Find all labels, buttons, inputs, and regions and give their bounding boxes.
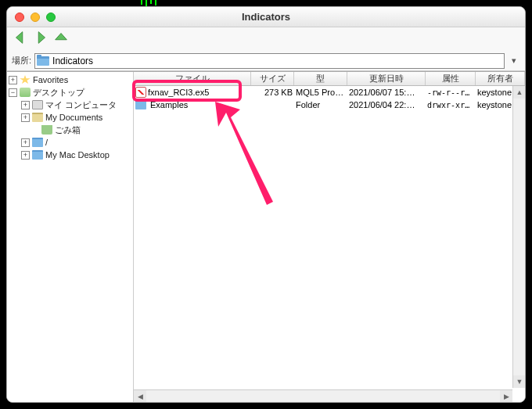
navigation-toolbar [7, 27, 525, 51]
file-date: 2021/06/04 22:… [347, 100, 426, 109]
computer-icon [32, 100, 43, 109]
tree-item-mycomputer[interactable]: マイ コンピュータ [45, 99, 117, 111]
file-list-body: fxnav_RCI3.ex5 273 KB MQL5 Progr… 2021/0… [134, 86, 525, 402]
forward-button[interactable] [32, 29, 49, 49]
scroll-left-icon[interactable]: ◀ [134, 390, 146, 403]
file-size: 273 KB [251, 88, 294, 97]
expand-toggle[interactable]: + [21, 101, 30, 109]
location-label: 場所: [12, 55, 31, 66]
file-date: 2021/06/07 15:… [347, 88, 426, 97]
file-name: Examples [150, 100, 188, 109]
expand-toggle[interactable]: + [21, 113, 30, 122]
tree-item-desktop[interactable]: デスクトップ [33, 87, 84, 99]
scroll-down-icon[interactable]: ▼ [513, 375, 526, 388]
col-name[interactable]: ファイル [134, 72, 251, 85]
file-list: ファイル サイズ 型 更新日時 属性 所有者 fxnav_RCI3.ex5 27… [134, 72, 525, 402]
file-attr: -rw-r--r-- [426, 88, 476, 97]
trash-icon [41, 125, 52, 135]
tree-item-root[interactable]: / [45, 138, 48, 147]
window-title: Indicators [7, 11, 525, 23]
expand-toggle[interactable]: + [21, 151, 30, 160]
file-name: fxnav_RCI3.ex5 [148, 88, 209, 97]
ex5-file-icon [135, 87, 146, 98]
file-type: MQL5 Progr… [294, 88, 347, 97]
column-headers: ファイル サイズ 型 更新日時 属性 所有者 [134, 72, 525, 86]
location-bar: 場所: Indicators ▾ [7, 51, 525, 71]
folder-tree: + Favorites − デスクトップ + マイ コンピュータ + My Do… [7, 72, 134, 402]
tree-item-trash[interactable]: ごみ箱 [55, 124, 81, 136]
favorites-icon [20, 75, 31, 84]
folder-icon [37, 56, 49, 66]
folder-icon [32, 138, 43, 147]
tree-item-favorites[interactable]: Favorites [33, 75, 68, 84]
col-date[interactable]: 更新日時 [347, 72, 426, 85]
scroll-right-icon[interactable]: ▶ [500, 390, 512, 403]
folder-icon [135, 100, 146, 109]
folder-icon [32, 150, 43, 160]
background-chart-decoration [141, 0, 156, 6]
back-button[interactable] [12, 29, 29, 49]
file-row[interactable]: Examples Folder 2021/06/04 22:… drwxr-xr… [134, 99, 525, 111]
file-dialog-window: Indicators 場所: Indicators ▾ + Favorites [6, 6, 526, 403]
titlebar: Indicators [7, 7, 525, 27]
col-type[interactable]: 型 [294, 72, 347, 85]
tree-item-mydocuments[interactable]: My Documents [45, 113, 102, 122]
file-row[interactable]: fxnav_RCI3.ex5 273 KB MQL5 Progr… 2021/0… [134, 86, 525, 99]
location-field[interactable]: Indicators [34, 53, 505, 69]
col-size[interactable]: サイズ [251, 72, 294, 85]
file-attr: drwxr-xr-x [426, 101, 476, 109]
horizontal-scrollbar[interactable]: ◀ ▶ [134, 389, 512, 402]
location-dropdown-icon[interactable]: ▾ [508, 56, 520, 66]
tree-item-mymacdesktop[interactable]: My Mac Desktop [45, 150, 110, 160]
col-attr[interactable]: 属性 [426, 72, 476, 85]
col-owner[interactable]: 所有者 [476, 72, 525, 85]
vertical-scrollbar[interactable]: ▲ ▼ [512, 86, 525, 388]
expand-toggle[interactable]: − [9, 88, 17, 97]
location-text: Indicators [52, 56, 93, 66]
content-area: + Favorites − デスクトップ + マイ コンピュータ + My Do… [7, 71, 525, 402]
file-type: Folder [294, 100, 347, 109]
up-button[interactable] [52, 29, 70, 49]
expand-toggle[interactable]: + [9, 76, 17, 84]
documents-icon [32, 113, 43, 122]
scroll-up-icon[interactable]: ▲ [513, 86, 526, 99]
desktop-icon [20, 88, 31, 97]
expand-toggle[interactable]: + [21, 138, 30, 147]
